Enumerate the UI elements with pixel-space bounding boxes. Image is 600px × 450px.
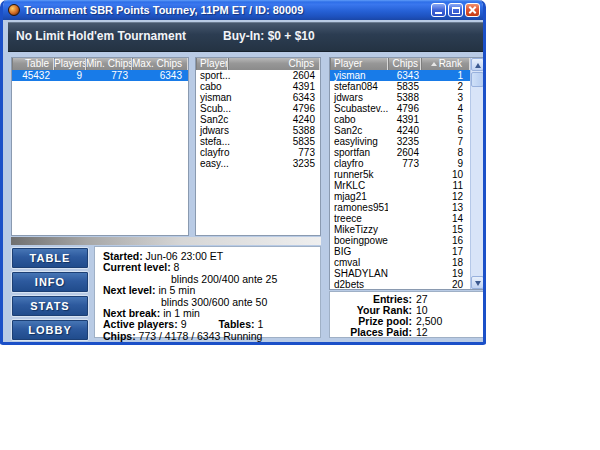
list-item[interactable]: boeingpower16: [330, 235, 470, 246]
list-item[interactable]: SHADYLANKY19: [330, 268, 470, 279]
minimize-icon: [435, 12, 442, 14]
list-item[interactable]: d2bets20: [330, 279, 470, 290]
rank-rows: yisman63431stefan08458352jdwars53883Scub…: [330, 70, 470, 290]
minimize-button[interactable]: [431, 3, 446, 17]
player-rank: 4: [421, 103, 470, 114]
column-header[interactable]: Chips: [388, 58, 421, 70]
summary-label: Places Paid:: [330, 327, 412, 338]
title-bar[interactable]: Tournament SBR Points Tourney, 11PM ET /…: [3, 0, 483, 20]
list-item[interactable]: jdwars5388: [196, 125, 320, 136]
column-header[interactable]: Player: [330, 58, 388, 70]
player-chips: 5388: [270, 125, 320, 136]
player-chips: 4391: [270, 81, 320, 92]
list-item[interactable]: clayfro7739: [330, 158, 470, 169]
list-item[interactable]: BIG17: [330, 246, 470, 257]
column-header[interactable]: Table: [12, 58, 54, 70]
list-item[interactable]: clayfro773: [196, 147, 320, 158]
column-header[interactable]: Max. Chips: [132, 58, 188, 70]
player-chips: 3235: [270, 158, 320, 169]
player-name: SHADYLANKY: [330, 268, 388, 279]
list-item[interactable]: cmval18: [330, 257, 470, 268]
maximize-button[interactable]: [448, 3, 463, 17]
info-button[interactable]: INFO: [11, 271, 89, 293]
player-chips: 773: [270, 147, 320, 158]
player-name: MrKLC: [330, 180, 388, 191]
list-item[interactable]: jdwars53883: [330, 92, 470, 103]
player-rank: 3: [421, 92, 470, 103]
list-item[interactable]: yisman63431: [330, 70, 470, 81]
column-header[interactable]: Chips: [228, 58, 320, 70]
player-chips: [388, 279, 421, 290]
nav-buttons: TABLEINFOSTATSLOBBY: [11, 247, 89, 343]
list-item[interactable]: sportfan26048: [330, 147, 470, 158]
player-chips: 773: [388, 158, 421, 169]
list-item[interactable]: cabo4391: [196, 81, 320, 92]
cell: 6343: [132, 70, 188, 81]
cell: 773: [86, 70, 132, 81]
window-controls: [431, 3, 480, 17]
list-item[interactable]: sport...2604: [196, 70, 320, 81]
tournament-lobby-window: Tournament SBR Points Tourney, 11PM ET /…: [0, 0, 486, 345]
player-rank: 12: [421, 191, 470, 202]
list-item[interactable]: San2c42406: [330, 125, 470, 136]
list-item[interactable]: San2c4240: [196, 114, 320, 125]
list-item[interactable]: MrKLC11: [330, 180, 470, 191]
sort-asc-icon: [431, 62, 437, 66]
table-button[interactable]: TABLE: [11, 247, 89, 269]
scroll-up-button[interactable]: [471, 58, 484, 71]
list-item[interactable]: Scubastev...47964: [330, 103, 470, 114]
list-item[interactable]: stefan08458352: [330, 81, 470, 92]
list-item[interactable]: easy...3235: [196, 158, 320, 169]
list-item[interactable]: stefa...5835: [196, 136, 320, 147]
summary-panel: Entries:27Your Rank:10Prize pool:2,500Pl…: [329, 291, 484, 338]
player-name: d2bets: [330, 279, 388, 290]
list-item[interactable]: easyliving32357: [330, 136, 470, 147]
list-item[interactable]: MikeTizzy15: [330, 224, 470, 235]
player-name: cmval: [330, 257, 388, 268]
scroll-down-icon: [475, 281, 481, 286]
lobby-button[interactable]: LOBBY: [11, 319, 89, 341]
player-name: Scub...: [196, 103, 270, 114]
player-rank: 14: [421, 213, 470, 224]
player-rank: 18: [421, 257, 470, 268]
rank-scrollbar[interactable]: [470, 58, 483, 289]
player-rank: 1: [421, 70, 470, 81]
summary-row: Places Paid:12: [330, 327, 483, 338]
player-chips: 4391: [388, 114, 421, 125]
app-icon: [8, 4, 20, 16]
list-item[interactable]: yisman6343: [196, 92, 320, 103]
player-name: clayfro: [196, 147, 270, 158]
player-name: clayfro: [330, 158, 388, 169]
list-item[interactable]: Scub...4796: [196, 103, 320, 114]
window-title: Tournament SBR Points Tourney, 11PM ET /…: [24, 4, 431, 16]
scrollbar-thumb[interactable]: [471, 72, 484, 87]
column-header[interactable]: Players: [54, 58, 86, 70]
list-item[interactable]: cabo43915: [330, 114, 470, 125]
player-rank: 16: [421, 235, 470, 246]
cell: 45432: [12, 70, 54, 81]
rank-panel: PlayerChipsRank yisman63431stefan0845835…: [329, 57, 484, 290]
player-rank: 17: [421, 246, 470, 257]
tables-panel: TablePlayersMin. ChipsMax. Chips 4543297…: [11, 57, 189, 236]
player-chips: 5388: [388, 92, 421, 103]
player-name: Scubastev...: [330, 103, 388, 114]
list-item[interactable]: mjag2112: [330, 191, 470, 202]
player-chips: [388, 180, 421, 191]
tournament-type-label: No Limit Hold'em Tournament: [16, 29, 186, 43]
scroll-down-button[interactable]: [471, 276, 484, 289]
table-row[interactable]: 4543297736343: [12, 70, 188, 81]
stats-button[interactable]: STATS: [11, 295, 89, 317]
player-rank: 10: [421, 169, 470, 180]
player-name: stefan084: [330, 81, 388, 92]
column-header[interactable]: Player: [196, 58, 228, 70]
close-button[interactable]: [465, 3, 480, 17]
list-item[interactable]: treece14: [330, 213, 470, 224]
column-header[interactable]: Min. Chips: [86, 58, 132, 70]
list-item[interactable]: ramones95113: [330, 202, 470, 213]
player-name: treece: [330, 213, 388, 224]
player-chips: 4796: [270, 103, 320, 114]
player-name: stefa...: [196, 136, 270, 147]
column-header[interactable]: Rank: [421, 58, 470, 70]
summary-value: 12: [412, 327, 428, 338]
list-item[interactable]: runner5k10: [330, 169, 470, 180]
